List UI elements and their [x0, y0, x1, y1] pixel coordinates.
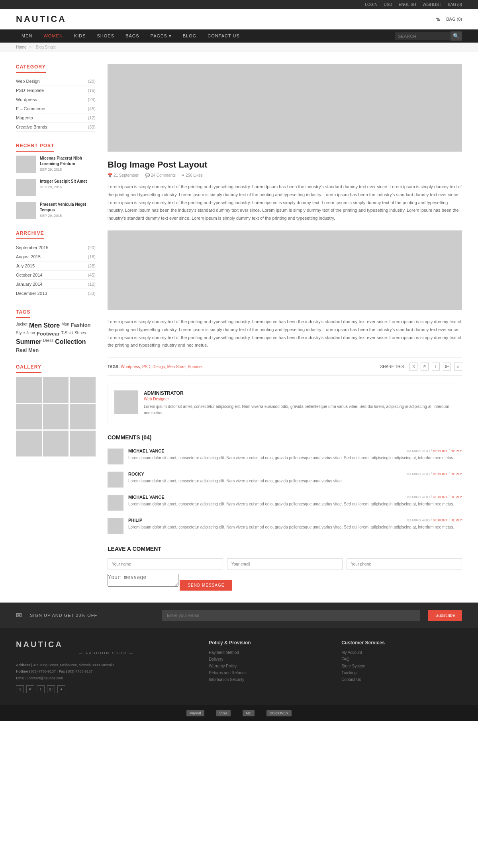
gallery-cell[interactable]: [16, 377, 42, 403]
recent-post-item[interactable]: Praesent Vehicula Neget Tempus SEP 29, 2…: [16, 202, 96, 219]
tag-real-men[interactable]: Real Men: [16, 347, 39, 353]
list-item[interactable]: Magento(12): [16, 113, 96, 123]
list-item[interactable]: September 2015(20): [16, 243, 96, 252]
gallery-cell[interactable]: [70, 404, 96, 430]
list-item[interactable]: Tracking: [341, 671, 462, 675]
tag-men-store[interactable]: Men Store: [29, 322, 60, 329]
tag-style[interactable]: Style: [16, 331, 25, 337]
reply-link[interactable]: REPLY: [451, 472, 462, 476]
nav-blog[interactable]: BLOG: [177, 29, 202, 43]
pinterest-share[interactable]: P: [421, 363, 429, 371]
reply-link[interactable]: REPLY: [451, 449, 462, 453]
list-item[interactable]: Store System: [341, 664, 462, 668]
list-item[interactable]: Delivery: [209, 657, 329, 661]
list-item[interactable]: August 2015(16): [16, 252, 96, 261]
social-twitter[interactable]: 𝕏: [16, 685, 24, 693]
list-item[interactable]: Information Security: [209, 677, 329, 682]
list-item[interactable]: Payment Method: [209, 650, 329, 655]
sidebar-category: CATEGORY Web Design(20) PSD Template(16)…: [16, 64, 96, 132]
language-selector[interactable]: ENGLISH: [399, 2, 416, 7]
gallery-cell[interactable]: [43, 404, 69, 430]
nav-women[interactable]: WOMEN: [38, 29, 68, 43]
list-item[interactable]: Returns and Refunds: [209, 671, 329, 675]
reply-link[interactable]: REPLY: [451, 518, 462, 522]
tag-jean[interactable]: Jean: [26, 331, 35, 337]
nav-shoes[interactable]: SHOES: [92, 29, 120, 43]
list-item[interactable]: Warranty Policy: [209, 664, 329, 668]
list-item[interactable]: Creative Brands(33): [16, 123, 96, 132]
list-item[interactable]: July 2015(28): [16, 261, 96, 271]
list-item[interactable]: E – Commerce(45): [16, 104, 96, 113]
tag-collection[interactable]: Collection: [55, 338, 86, 345]
report-link[interactable]: REPORT: [433, 518, 447, 522]
list-item[interactable]: My Account: [341, 650, 462, 655]
gallery-cell[interactable]: [43, 431, 69, 456]
phone-field[interactable]: [347, 558, 462, 570]
send-message-button[interactable]: SEND MESSAGE: [180, 580, 232, 591]
tag-man[interactable]: Man: [61, 322, 69, 329]
buffer-share[interactable]: B+: [443, 363, 451, 371]
breadcrumb-home[interactable]: Home: [16, 45, 27, 49]
bag-link[interactable]: BAG (0): [448, 2, 462, 7]
social-star[interactable]: ★: [57, 685, 65, 693]
login-link[interactable]: LOGIN: [365, 2, 377, 7]
list-item[interactable]: October 2014(45): [16, 271, 96, 280]
tag-summer-link[interactable]: Summer: [188, 365, 203, 369]
gallery-cell[interactable]: [70, 377, 96, 403]
footer-tagline: — FASHION SHOP —: [16, 650, 197, 656]
social-pinterest[interactable]: P: [26, 685, 34, 693]
tag-summer[interactable]: Summer: [16, 338, 41, 345]
search-input[interactable]: [395, 32, 451, 40]
tag-wordpress[interactable]: Wordpress,: [121, 365, 141, 369]
newsletter-email-input[interactable]: [162, 610, 420, 621]
gallery-cell[interactable]: [70, 431, 96, 456]
twitter-share[interactable]: 𝕏: [409, 363, 417, 371]
gallery-cell[interactable]: [16, 431, 42, 456]
tag-design[interactable]: Design,: [153, 365, 166, 369]
gallery-cell[interactable]: [16, 404, 42, 430]
tag-tshirt[interactable]: T-Shirt: [61, 331, 73, 337]
report-link[interactable]: REPORT: [433, 449, 447, 453]
tag-footwear[interactable]: Footwear: [37, 331, 60, 337]
tag-dress[interactable]: Dress: [43, 338, 53, 345]
email-field[interactable]: [227, 558, 343, 570]
social-buffer[interactable]: B+: [47, 685, 55, 693]
recent-post-item[interactable]: Micenas Placerat Nibh Loremimg Frintum S…: [16, 156, 96, 173]
wishlist-link[interactable]: WISHLIST: [423, 2, 441, 7]
currency-selector[interactable]: USD: [384, 2, 392, 7]
sidebar-recent-post: RECENT POST Micenas Placerat Nibh Loremi…: [16, 143, 96, 219]
nav-kids[interactable]: KIDS: [69, 29, 92, 43]
tag-psd[interactable]: PSD,: [142, 365, 151, 369]
message-field[interactable]: [108, 574, 178, 587]
report-link[interactable]: REPORT: [433, 495, 447, 499]
tag-jacket[interactable]: Jacket: [16, 322, 27, 329]
report-link[interactable]: REPORT: [433, 472, 447, 476]
list-item[interactable]: FAQ: [341, 657, 462, 661]
tag-shoes[interactable]: Shoes: [74, 331, 86, 337]
header-bag-label[interactable]: BAG (0): [446, 17, 462, 21]
extra-share[interactable]: ☆: [454, 363, 462, 371]
social-facebook[interactable]: f: [37, 685, 45, 693]
recent-post-item[interactable]: Integer Suscipit Sit Amet SEP 29, 2015: [16, 179, 96, 196]
nav-bags[interactable]: BAGS: [120, 29, 145, 43]
nav-men[interactable]: MEN: [16, 29, 38, 43]
gallery-cell[interactable]: [43, 377, 69, 403]
list-item[interactable]: Wordpress(28): [16, 95, 96, 104]
nav-pages[interactable]: PAGES ▾: [145, 29, 177, 43]
list-item[interactable]: Contact Us: [341, 677, 462, 682]
tag-fashion[interactable]: Fashion: [71, 322, 91, 329]
comment-avatar: [108, 495, 123, 511]
recent-post-title-text: Praesent Vehicula Neget Tempus: [40, 202, 96, 213]
newsletter-subscribe-button[interactable]: Subscribe: [428, 610, 462, 621]
reply-link[interactable]: REPLY: [451, 495, 462, 499]
logo[interactable]: NAUTICA: [16, 14, 67, 24]
tag-men-store-link[interactable]: Men Store,: [167, 365, 187, 369]
list-item[interactable]: December 2013(33): [16, 289, 96, 298]
list-item[interactable]: January 2014(12): [16, 280, 96, 289]
name-field[interactable]: [108, 558, 223, 570]
list-item[interactable]: Web Design(20): [16, 77, 96, 86]
facebook-share[interactable]: f: [432, 363, 440, 371]
list-item[interactable]: PSD Template(16): [16, 86, 96, 95]
search-button[interactable]: 🔍: [451, 31, 462, 41]
nav-contact-us[interactable]: CONTACT US: [202, 29, 245, 43]
